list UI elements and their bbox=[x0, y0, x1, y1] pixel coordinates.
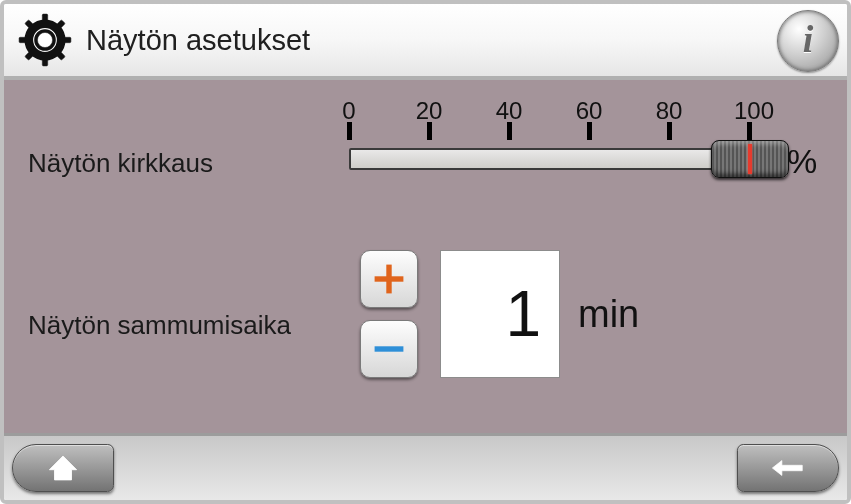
info-button[interactable]: i bbox=[777, 10, 839, 72]
content-area: Näytön kirkkaus 020406080100 % Näytön sa… bbox=[4, 80, 847, 436]
slider-tick: 40 bbox=[494, 100, 524, 140]
slider-tick: 0 bbox=[334, 100, 364, 140]
slider-track[interactable] bbox=[349, 148, 753, 170]
increment-button[interactable] bbox=[360, 250, 418, 308]
home-icon bbox=[46, 451, 80, 485]
timeout-label: Näytön sammumisaika bbox=[28, 310, 291, 341]
tick-label: 80 bbox=[654, 100, 684, 122]
plus-icon bbox=[371, 261, 407, 297]
slider-tick: 80 bbox=[654, 100, 684, 140]
home-button[interactable] bbox=[12, 444, 114, 492]
slider-knob[interactable] bbox=[711, 140, 789, 178]
timeout-unit: min bbox=[578, 293, 639, 336]
page-title: Näytön asetukset bbox=[86, 24, 310, 57]
svg-rect-12 bbox=[375, 276, 404, 281]
tick-mark bbox=[427, 122, 432, 140]
tick-mark bbox=[587, 122, 592, 140]
tick-mark bbox=[347, 122, 352, 140]
tick-label: 0 bbox=[334, 100, 364, 122]
tick-mark bbox=[507, 122, 512, 140]
tick-label: 40 bbox=[494, 100, 524, 122]
svg-point-10 bbox=[37, 32, 52, 47]
back-arrow-icon bbox=[771, 451, 805, 485]
minus-icon bbox=[371, 331, 407, 367]
slider-tick: 100 bbox=[734, 100, 764, 140]
slider-unit: % bbox=[787, 142, 817, 181]
screen: Näytön asetukset i Näytön kirkkaus 02040… bbox=[0, 0, 851, 504]
header-bar: Näytön asetukset i bbox=[4, 4, 847, 80]
tick-label: 20 bbox=[414, 100, 444, 122]
tick-label: 60 bbox=[574, 100, 604, 122]
tick-label: 100 bbox=[734, 100, 764, 122]
svg-rect-13 bbox=[375, 346, 404, 351]
slider-tick: 20 bbox=[414, 100, 444, 140]
info-icon: i bbox=[803, 17, 814, 61]
timeout-value: 1 bbox=[440, 250, 560, 378]
back-button[interactable] bbox=[737, 444, 839, 492]
tick-mark bbox=[667, 122, 672, 140]
timeout-stepper: 1 min bbox=[360, 250, 639, 378]
brightness-label: Näytön kirkkaus bbox=[28, 148, 213, 179]
tick-mark bbox=[747, 122, 752, 140]
slider-tick: 60 bbox=[574, 100, 604, 140]
decrement-button[interactable] bbox=[360, 320, 418, 378]
gear-icon bbox=[18, 13, 72, 67]
footer-bar bbox=[4, 433, 847, 500]
